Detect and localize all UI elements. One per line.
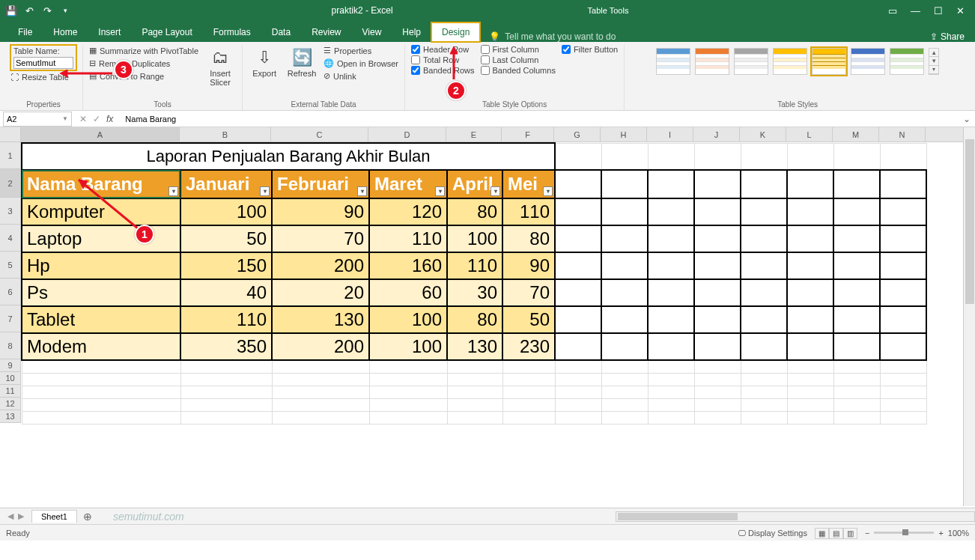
zoom-in-icon[interactable]: + (938, 529, 943, 538)
row-header[interactable]: 1 (0, 142, 21, 169)
column-header[interactable]: J (693, 127, 740, 141)
table-cell[interactable]: 150 (180, 252, 272, 279)
table-cell[interactable]: 40 (180, 279, 272, 306)
summarize-pivot-button[interactable]: ▦Summarize with PivotTable (89, 45, 198, 56)
sheet-tab[interactable]: Sheet1 (31, 510, 77, 523)
close-icon[interactable]: ✕ (956, 5, 965, 16)
tab-home[interactable]: Home (43, 22, 88, 42)
tab-formulas[interactable]: Formulas (203, 22, 261, 42)
banded-columns-checkbox[interactable]: Banded Columns (481, 66, 556, 75)
tab-help[interactable]: Help (392, 22, 431, 42)
filter-button-checkbox[interactable]: Filter Button (562, 45, 618, 54)
column-header[interactable]: N (879, 127, 926, 141)
tell-me-search[interactable]: 💡Tell me what you want to do (489, 31, 616, 42)
total-row-checkbox[interactable]: Total Row (411, 55, 475, 64)
row-header[interactable]: 3 (0, 198, 21, 225)
table-style-thumb-selected[interactable] (812, 48, 846, 75)
row-header[interactable]: 13 (0, 410, 21, 423)
table-cell[interactable]: 100 (369, 333, 447, 360)
table-cell[interactable]: 100 (180, 198, 272, 225)
table-cell[interactable]: Ps (22, 279, 180, 306)
view-buttons[interactable]: ▦▤▥ (815, 529, 857, 538)
column-header[interactable]: D (368, 127, 446, 141)
row-header[interactable]: 2 (0, 169, 21, 198)
header-row-checkbox[interactable]: Header Row (411, 45, 475, 54)
page-layout-view-icon[interactable]: ▤ (829, 528, 843, 539)
table-cell[interactable]: 350 (180, 333, 272, 360)
share-button[interactable]: ⇪Share (930, 31, 965, 42)
vertical-scrollbar[interactable] (963, 127, 975, 506)
title-cell[interactable]: Laporan Penjualan Barang Akhir Bulan (22, 143, 555, 170)
table-cell[interactable]: 80 (502, 225, 555, 252)
table-style-thumb[interactable] (890, 48, 924, 75)
row-header[interactable]: 10 (0, 372, 21, 385)
row-header[interactable]: 12 (0, 398, 21, 410)
tab-file[interactable]: File (7, 22, 43, 42)
tab-design[interactable]: Design (431, 22, 480, 42)
table-header-cell[interactable]: Mei▾ (502, 170, 555, 198)
zoom-slider[interactable] (874, 532, 934, 534)
name-box[interactable]: A2▼ (3, 112, 72, 127)
horizontal-scrollbar[interactable] (616, 511, 975, 522)
table-style-thumb[interactable] (773, 48, 807, 75)
tab-insert[interactable]: Insert (88, 22, 131, 42)
table-style-thumb[interactable] (695, 48, 729, 75)
table-cell[interactable]: 110 (180, 306, 272, 333)
row-header[interactable]: 6 (0, 279, 21, 305)
tab-data[interactable]: Data (261, 22, 301, 42)
table-cell[interactable]: 60 (369, 279, 447, 306)
row-header[interactable]: 7 (0, 305, 21, 332)
table-cell[interactable]: 110 (369, 225, 447, 252)
tab-review[interactable]: Review (301, 22, 351, 42)
table-cell[interactable]: 160 (369, 252, 447, 279)
table-style-thumb[interactable] (734, 48, 768, 75)
zoom-control[interactable]: −+100% (865, 529, 969, 538)
table-cell[interactable]: 80 (447, 306, 502, 333)
zoom-level[interactable]: 100% (948, 529, 969, 538)
zoom-out-icon[interactable]: − (865, 529, 869, 538)
maximize-icon[interactable]: ☐ (934, 5, 943, 16)
table-styles-gallery[interactable]: ▲▼▾ (656, 45, 939, 75)
table-cell[interactable]: Hp (22, 252, 180, 279)
formula-content[interactable]: Nama Barang (121, 115, 959, 124)
table-cell[interactable]: 50 (502, 306, 555, 333)
column-header[interactable]: B (180, 127, 271, 141)
table-header-cell[interactable]: Februari▾ (272, 170, 369, 198)
column-header[interactable]: M (833, 127, 879, 141)
table-style-thumb[interactable] (656, 48, 690, 75)
row-header[interactable]: 11 (0, 385, 21, 398)
save-icon[interactable]: 💾 (4, 4, 18, 17)
table-header-cell[interactable]: April▾ (447, 170, 502, 198)
sheet-prev-icon[interactable]: ◀ (7, 511, 13, 521)
column-header[interactable]: F (502, 127, 554, 141)
sheet-nav[interactable]: ◀▶ (0, 511, 31, 521)
column-header[interactable]: H (601, 127, 647, 141)
filter-dropdown-icon[interactable]: ▾ (435, 186, 445, 196)
table-cell[interactable]: 130 (272, 306, 369, 333)
gallery-up-icon[interactable]: ▲ (929, 49, 938, 57)
table-cell[interactable]: 100 (369, 306, 447, 333)
fx-icon[interactable]: fx (106, 114, 113, 124)
tab-view[interactable]: View (352, 22, 392, 42)
gallery-nav[interactable]: ▲▼▾ (929, 48, 939, 75)
table-cell[interactable]: 200 (272, 252, 369, 279)
table-cell[interactable]: 120 (369, 198, 447, 225)
row-header[interactable]: 9 (0, 359, 21, 372)
filter-dropdown-icon[interactable]: ▾ (260, 186, 270, 196)
table-cell[interactable]: 90 (502, 252, 555, 279)
row-header[interactable]: 4 (0, 225, 21, 252)
column-header[interactable]: I (647, 127, 693, 141)
minimize-icon[interactable]: — (911, 5, 920, 16)
table-header-cell[interactable]: Januari▾ (180, 170, 272, 198)
redo-icon[interactable]: ↷ (40, 4, 54, 17)
enter-formula-icon[interactable]: ✓ (93, 114, 100, 124)
column-header[interactable]: K (740, 127, 786, 141)
column-header[interactable]: G (554, 127, 601, 141)
table-header-cell[interactable]: Maret▾ (369, 170, 447, 198)
table-cell[interactable]: 200 (272, 333, 369, 360)
table-cell[interactable]: 80 (447, 198, 502, 225)
export-button[interactable]: ⇩Export (249, 45, 280, 78)
column-header[interactable]: A (21, 127, 180, 141)
table-cell[interactable]: 90 (272, 198, 369, 225)
table-cell[interactable]: Tablet (22, 306, 180, 333)
